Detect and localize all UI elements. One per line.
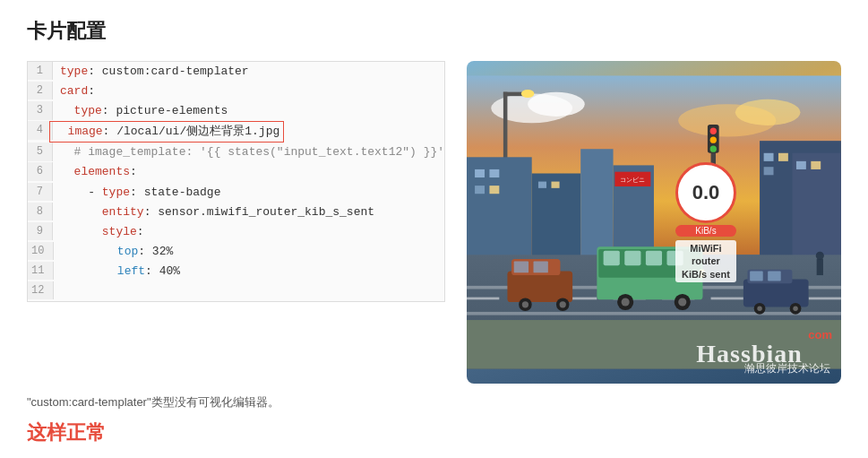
line-content: # image_template: '{{ states("input_text… bbox=[53, 143, 444, 162]
code-panel: 1 type: custom:card-templater 2 card: 3 … bbox=[27, 61, 445, 302]
svg-point-69 bbox=[793, 307, 797, 311]
line-content bbox=[54, 281, 68, 301]
svg-rect-40 bbox=[711, 298, 743, 300]
svg-rect-46 bbox=[624, 251, 640, 265]
svg-point-30 bbox=[710, 137, 717, 143]
svg-point-67 bbox=[757, 307, 761, 311]
svg-rect-24 bbox=[764, 167, 774, 175]
line-content: - type: state-badge bbox=[53, 183, 220, 203]
line-content: type: custom:card-templater bbox=[53, 62, 249, 82]
svg-rect-57 bbox=[534, 262, 548, 273]
svg-rect-26 bbox=[811, 161, 821, 169]
comment: # image_template: '{{ states("input_text… bbox=[74, 145, 444, 159]
svg-rect-64 bbox=[750, 272, 763, 281]
badge-circle: 0.0 bbox=[675, 162, 736, 223]
line-content: card: bbox=[53, 82, 95, 101]
svg-rect-10 bbox=[580, 149, 613, 263]
svg-point-29 bbox=[710, 128, 717, 134]
line-number: 3 bbox=[28, 101, 53, 119]
line-number: 12 bbox=[28, 281, 54, 299]
svg-rect-22 bbox=[764, 153, 774, 161]
badge-widget: 0.0 KiB/s MiWiFi router KiB/s sent bbox=[675, 162, 736, 282]
line-content: type: picture-elements bbox=[53, 101, 228, 121]
code-line-7: 7 - type: state-badge bbox=[28, 183, 444, 203]
svg-rect-56 bbox=[514, 262, 529, 273]
page-container: 卡片配置 1 type: custom:card-templater 2 car… bbox=[0, 0, 868, 458]
keyword-card: card bbox=[60, 84, 88, 98]
code-line-3: 3 type: picture-elements bbox=[28, 101, 444, 121]
svg-rect-42 bbox=[809, 298, 841, 300]
line-number: 11 bbox=[28, 262, 54, 280]
svg-rect-16 bbox=[538, 182, 546, 188]
code-line-6: 6 elements: bbox=[28, 162, 444, 182]
keyword-style: style bbox=[102, 225, 137, 238]
svg-point-52 bbox=[678, 298, 686, 306]
keyword-top: top bbox=[117, 245, 138, 258]
code-line-4: 4 image: /local/ui/侧边栏背景1.jpg bbox=[28, 121, 444, 143]
keyword-type: type bbox=[60, 65, 88, 78]
code-line-11: 11 left: 40% bbox=[28, 262, 444, 281]
line-number: 6 bbox=[28, 162, 53, 180]
code-line-1: 1 type: custom:card-templater bbox=[28, 62, 444, 82]
svg-point-50 bbox=[622, 298, 630, 306]
svg-rect-47 bbox=[646, 251, 662, 265]
svg-rect-35 bbox=[467, 298, 499, 300]
svg-point-4 bbox=[735, 99, 801, 125]
street-scene-svg: コンビニ bbox=[467, 61, 841, 384]
svg-rect-13 bbox=[490, 169, 500, 177]
line-number: 2 bbox=[28, 82, 53, 99]
preview-background: コンビニ bbox=[467, 61, 841, 384]
watermark-brand: Hassbian bbox=[696, 340, 803, 367]
svg-rect-34 bbox=[467, 312, 841, 315]
badge-value: 0.0 bbox=[692, 183, 720, 203]
svg-point-2 bbox=[528, 92, 585, 117]
svg-rect-15 bbox=[490, 186, 500, 194]
keyword-image: image bbox=[54, 125, 103, 138]
line-content: style: bbox=[53, 222, 144, 242]
svg-rect-23 bbox=[778, 153, 788, 161]
badge-unit: KiB/s bbox=[675, 225, 736, 237]
svg-point-71 bbox=[816, 252, 824, 260]
no-editor-info: "custom:card-templater"类型没有可视化编辑器。 bbox=[27, 394, 841, 410]
svg-rect-14 bbox=[475, 186, 485, 194]
main-content: 1 type: custom:card-templater 2 card: 3 … bbox=[27, 61, 841, 384]
page-title: 卡片配置 bbox=[27, 18, 841, 45]
code-line-9: 9 style: bbox=[28, 222, 444, 242]
preview-panel: コンビニ bbox=[467, 61, 841, 384]
svg-rect-12 bbox=[475, 169, 485, 177]
svg-rect-70 bbox=[817, 259, 823, 275]
svg-rect-25 bbox=[796, 161, 806, 169]
line-content: left: 40% bbox=[54, 262, 180, 281]
keyword-entity: entity bbox=[102, 205, 144, 219]
svg-point-61 bbox=[560, 301, 566, 307]
svg-rect-62 bbox=[743, 280, 809, 307]
keyword-elements: elements bbox=[74, 165, 130, 178]
keyword-type: type bbox=[74, 104, 102, 117]
svg-rect-54 bbox=[508, 272, 573, 303]
watermark-com: com bbox=[808, 328, 832, 341]
svg-rect-17 bbox=[552, 182, 560, 188]
line-content: top: 32% bbox=[54, 242, 173, 262]
line-number: 8 bbox=[28, 203, 53, 220]
svg-rect-65 bbox=[768, 272, 781, 281]
svg-rect-45 bbox=[604, 251, 620, 265]
badge-label: MiWiFi router KiB/s sent bbox=[675, 240, 736, 282]
line-content: elements: bbox=[53, 162, 137, 182]
svg-point-59 bbox=[522, 301, 529, 307]
below-code: "custom:card-templater"类型没有可视化编辑器。 这样正常 … bbox=[27, 394, 841, 458]
line-number: 9 bbox=[28, 222, 53, 240]
line-number: 1 bbox=[28, 62, 53, 80]
svg-text:コンビニ: コンビニ bbox=[620, 176, 645, 184]
line-number: 10 bbox=[28, 242, 54, 260]
keyword-type: type bbox=[102, 186, 130, 199]
code-line-5: 5 # image_template: '{{ states("input_te… bbox=[28, 143, 444, 162]
normal-label: 这样正常 bbox=[27, 419, 841, 446]
keyword-left: left bbox=[117, 264, 145, 278]
line-content-highlighted: image: /local/ui/侧边栏背景1.jpg bbox=[49, 121, 284, 143]
watermark: Hassbian com 瀚思彼岸技术论坛 bbox=[696, 340, 830, 376]
line-number: 7 bbox=[28, 183, 53, 201]
code-line-2: 2 card: bbox=[28, 82, 444, 101]
code-line-12: 12 bbox=[28, 281, 444, 301]
code-line-10: 10 top: 32% bbox=[28, 242, 444, 262]
line-number: 5 bbox=[28, 143, 53, 160]
